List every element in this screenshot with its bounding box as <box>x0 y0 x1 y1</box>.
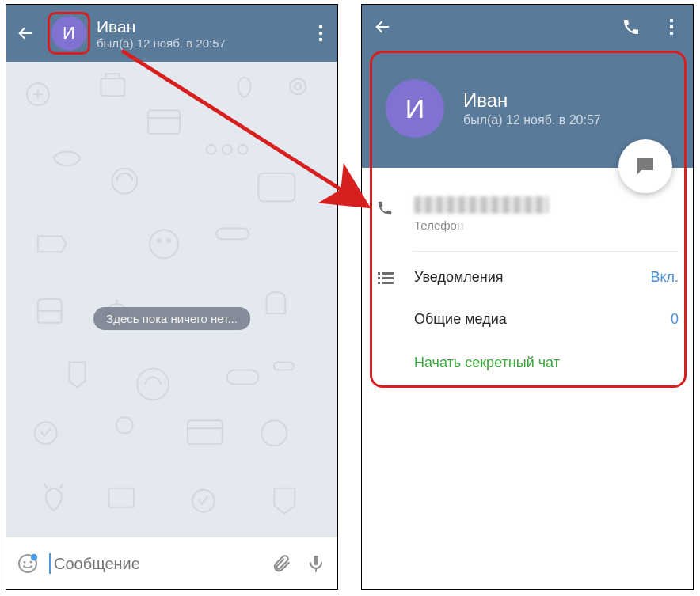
avatar-highlight: И <box>48 12 90 55</box>
chat-bubble-icon <box>633 154 657 178</box>
chat-input-bar <box>6 537 337 590</box>
phone-icon <box>622 17 641 36</box>
profile-info: Телефон Уведомления Вкл. Общие медиа 0 Н… <box>362 168 693 393</box>
svg-rect-39 <box>382 277 394 279</box>
divider <box>413 251 679 252</box>
svg-point-10 <box>223 145 232 154</box>
secret-chat-label: Начать секретный чат <box>414 355 560 371</box>
avatar-initial: И <box>63 23 75 44</box>
chat-header: И Иван был(а) 12 нояб. в 20:57 <box>6 5 337 62</box>
profile-screen: И Иван был(а) 12 нояб. в 20:57 Телефон <box>361 4 694 590</box>
svg-point-28 <box>30 561 32 564</box>
back-button[interactable] <box>14 22 36 44</box>
profile-title-block: Иван был(а) 12 нояб. в 20:57 <box>463 89 601 127</box>
svg-rect-20 <box>227 370 259 385</box>
svg-point-6 <box>290 78 306 94</box>
profile-header <box>362 5 693 49</box>
svg-point-9 <box>207 145 216 154</box>
svg-point-34 <box>670 25 674 29</box>
svg-rect-5 <box>101 78 124 96</box>
notifications-value: Вкл. <box>650 269 679 286</box>
svg-rect-40 <box>378 282 380 284</box>
shared-media-label: Общие медиа <box>414 311 652 328</box>
svg-rect-38 <box>378 277 380 279</box>
arrow-left-icon <box>17 25 34 42</box>
svg-point-35 <box>670 32 674 36</box>
profile-avatar[interactable]: И <box>386 79 444 138</box>
header-title-block[interactable]: Иван был(а) 12 нояб. в 20:57 <box>97 17 309 50</box>
shared-media-row[interactable]: Общие медиа 0 <box>376 298 679 340</box>
svg-point-15 <box>158 239 161 242</box>
svg-point-33 <box>670 19 674 23</box>
notifications-label: Уведомления <box>414 269 631 286</box>
call-button[interactable] <box>618 14 644 40</box>
list-icon <box>378 271 394 284</box>
phone-label: Телефон <box>414 218 549 232</box>
shared-media-value: 0 <box>671 311 679 328</box>
svg-rect-41 <box>382 282 394 284</box>
svg-point-2 <box>319 32 323 36</box>
more-button[interactable] <box>309 17 333 49</box>
phone-icon <box>376 199 394 217</box>
profile-name: Иван <box>463 89 601 112</box>
svg-point-11 <box>238 145 248 154</box>
more-vertical-icon <box>318 25 323 42</box>
svg-rect-8 <box>148 110 180 134</box>
notifications-row[interactable]: Уведомления Вкл. <box>376 256 679 298</box>
avatar-initial: И <box>405 93 424 124</box>
svg-rect-24 <box>108 488 134 507</box>
chat-body: Здесь пока ничего нет... <box>6 62 337 537</box>
phone-row[interactable]: Телефон <box>376 188 679 246</box>
attach-button[interactable] <box>268 550 295 577</box>
svg-rect-37 <box>382 272 394 275</box>
svg-rect-36 <box>378 272 380 275</box>
more-button[interactable] <box>660 11 683 43</box>
svg-point-14 <box>150 230 178 258</box>
mic-button[interactable] <box>302 550 329 577</box>
more-vertical-icon <box>669 18 674 36</box>
svg-point-1 <box>319 25 323 29</box>
svg-point-12 <box>112 169 137 194</box>
svg-rect-13 <box>258 173 295 202</box>
paperclip-icon <box>271 553 291 574</box>
contact-avatar[interactable]: И <box>51 16 86 51</box>
emoji-button[interactable] <box>14 550 41 577</box>
secret-chat-row[interactable]: Начать секретный чат <box>376 340 679 385</box>
svg-point-16 <box>167 239 170 242</box>
svg-point-27 <box>24 561 26 564</box>
arrow-left-icon <box>374 18 391 36</box>
back-button[interactable] <box>371 16 394 38</box>
emoji-icon <box>17 552 39 575</box>
contact-status: был(а) 12 нояб. в 20:57 <box>97 36 309 50</box>
svg-rect-30 <box>314 556 318 565</box>
empty-state-text: Здесь пока ничего нет... <box>93 307 250 330</box>
message-input[interactable] <box>49 553 260 574</box>
chat-screen: И Иван был(а) 12 нояб. в 20:57 <box>6 4 338 590</box>
profile-status: был(а) 12 нояб. в 20:57 <box>463 113 601 127</box>
svg-point-23 <box>261 420 287 446</box>
svg-point-7 <box>295 83 301 89</box>
mic-icon <box>306 554 325 573</box>
message-fab[interactable] <box>618 139 672 193</box>
svg-point-3 <box>319 38 323 42</box>
svg-rect-22 <box>188 420 223 444</box>
svg-point-29 <box>31 554 37 560</box>
phone-number-blurred <box>414 196 549 214</box>
svg-point-19 <box>137 369 169 400</box>
contact-name: Иван <box>97 17 309 36</box>
background-doodles <box>6 62 337 537</box>
